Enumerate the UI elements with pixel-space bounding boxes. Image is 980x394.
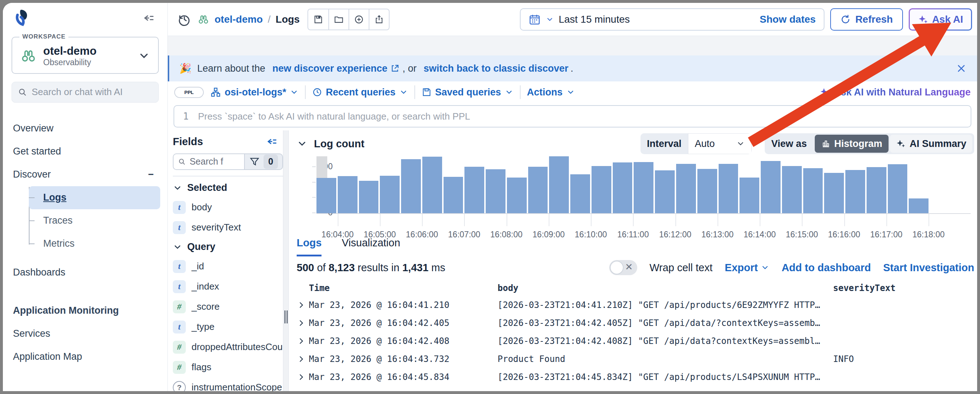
binoculars-icon <box>197 13 210 26</box>
field-item[interactable]: tbody <box>173 197 283 217</box>
histogram-bar <box>401 159 421 213</box>
cell-body: Product Found <box>498 354 833 364</box>
histogram-bar <box>613 163 633 213</box>
sidebar-collapse-icon[interactable] <box>142 11 155 24</box>
field-item[interactable]: #_score <box>173 297 283 317</box>
chevron-down-icon <box>761 263 769 272</box>
field-label: _score <box>191 301 220 312</box>
show-dates-link[interactable]: Show dates <box>760 14 816 25</box>
ai-summary-button[interactable]: AI Summary <box>890 135 972 153</box>
expand-row-icon[interactable] <box>297 318 309 328</box>
ask-ai-button[interactable]: Ask AI <box>909 8 972 30</box>
sidebar-search[interactable] <box>11 82 159 103</box>
x-axis-tick <box>886 214 887 226</box>
field-item[interactable]: ?instrumentationScope <box>173 377 283 391</box>
query-language-button[interactable]: PPL <box>174 87 204 98</box>
column-header-time[interactable]: Time <box>309 283 498 293</box>
fields-search-input[interactable] <box>190 156 240 167</box>
log-table: Time body severityText Mar 23, 2026 @ 16… <box>297 280 974 386</box>
field-item[interactable]: t_index <box>173 277 283 297</box>
interval-select[interactable]: Auto <box>688 133 752 154</box>
history-icon[interactable] <box>177 12 191 27</box>
histogram-bar <box>465 167 484 213</box>
fields-filter-button[interactable]: 0 <box>244 153 283 170</box>
panel-resizer-handle[interactable] <box>283 130 289 391</box>
field-section-query[interactable]: Query <box>173 238 283 257</box>
histogram-bar <box>444 177 463 213</box>
field-item[interactable]: #droppedAttributesCount <box>173 337 283 357</box>
collapse-minus-icon[interactable]: − <box>148 169 154 180</box>
wrap-cell-text-toggle[interactable]: ✕ <box>609 260 637 275</box>
x-axis-label: 16:06:00 <box>406 230 438 239</box>
share-icon[interactable] <box>369 10 389 30</box>
field-item[interactable]: t_id <box>173 257 283 277</box>
index-pattern-icon <box>210 87 221 97</box>
add-to-dashboard-link[interactable]: Add to dashboard <box>782 262 871 274</box>
fields-title: Fields <box>173 136 203 148</box>
open-folder-icon[interactable] <box>328 10 348 30</box>
sidebar-item-overview[interactable]: Overview <box>3 117 167 140</box>
date-picker[interactable]: Last 15 minutes Show dates <box>520 8 824 30</box>
x-axis-tick <box>929 214 929 226</box>
ask-ai-natural-language-link[interactable]: Ask AI with Natural Language <box>819 87 970 98</box>
banner-close-icon[interactable] <box>956 63 967 74</box>
actions-menu[interactable]: Actions <box>527 87 575 98</box>
sidebar-item-dashboards[interactable]: Dashboards <box>3 261 167 284</box>
index-pattern-selector[interactable]: osi-otel-logs* <box>210 87 299 98</box>
fields-search[interactable] <box>173 153 244 170</box>
column-header-body[interactable]: body <box>498 283 833 293</box>
fields-collapse-icon[interactable] <box>266 136 278 148</box>
field-section-selected[interactable]: Selected <box>173 179 283 197</box>
expand-row-icon[interactable] <box>297 337 309 346</box>
fields-panel: Fields <box>168 130 283 391</box>
cell-body: [2026-03-23T21:04:45.834Z] "GET /api/pro… <box>498 372 833 382</box>
histogram-icon <box>821 139 830 148</box>
opensearch-logo <box>12 8 33 29</box>
recent-queries-menu[interactable]: Recent queries <box>312 87 408 98</box>
workspace-selector[interactable]: WORKSPACE otel-demo Observability <box>11 37 159 74</box>
breadcrumb-separator: / <box>268 14 271 25</box>
classic-discover-link[interactable]: switch back to classic discover <box>424 63 568 74</box>
histogram-view-button[interactable]: Histogram <box>815 135 889 153</box>
save-icon[interactable] <box>308 10 328 30</box>
chevron-down-icon <box>173 183 182 193</box>
expand-row-icon[interactable] <box>297 354 309 364</box>
new-discover-link[interactable]: new discover experience <box>272 63 387 74</box>
wrap-cell-text-label: Wrap cell text <box>649 262 713 274</box>
sidebar-item-get-started[interactable]: Get started <box>3 140 167 163</box>
x-axis-tick <box>380 214 380 226</box>
column-header-severitytext[interactable]: severityText <box>833 283 974 293</box>
field-item[interactable]: t_type <box>173 317 283 337</box>
histogram-bar <box>824 173 844 213</box>
sidebar-item-logs[interactable]: Logs <box>29 186 160 209</box>
new-item-icon[interactable] <box>348 10 369 30</box>
field-type-icon: t <box>173 280 186 293</box>
sidebar-search-input[interactable] <box>32 86 153 97</box>
expand-row-icon[interactable] <box>297 300 309 310</box>
collapse-chevron-icon[interactable] <box>297 138 307 149</box>
saved-queries-menu[interactable]: Saved queries <box>422 87 514 98</box>
sidebar-item-application-monitoring[interactable]: Application Monitoring <box>3 299 167 322</box>
export-menu[interactable]: Export <box>725 262 769 274</box>
breadcrumb-workspace[interactable]: otel-demo <box>215 14 263 25</box>
x-axis-label: 16:08:00 <box>490 230 523 239</box>
query-editor[interactable]: 1 Press `space` to Ask AI with natural l… <box>173 105 971 128</box>
x-axis-tick <box>549 214 549 226</box>
tab-logs[interactable]: Logs <box>297 237 321 257</box>
sidebar-item-application-map[interactable]: Application Map <box>3 345 167 368</box>
field-item[interactable]: tseverityText <box>173 217 283 238</box>
sidebar-item-services[interactable]: Services <box>3 322 167 345</box>
sidebar-item-metrics[interactable]: Metrics <box>29 232 160 255</box>
sidebar-item-traces[interactable]: Traces <box>29 209 160 232</box>
x-axis-label: 16:07:00 <box>448 230 480 239</box>
results-summary: 500 of 8,123 results in 1,431 ms <box>297 262 445 274</box>
table-row: Mar 23, 2026 @ 16:04:41.210[2026-03-23T2… <box>297 296 974 314</box>
tab-visualization[interactable]: Visualization <box>342 237 400 257</box>
time-range-value[interactable]: Last 15 minutes <box>559 14 630 25</box>
field-item[interactable]: #flags <box>173 357 283 377</box>
sidebar-item-discover[interactable]: Discover− <box>3 163 167 186</box>
refresh-button[interactable]: Refresh <box>830 8 903 30</box>
histogram-bar <box>338 176 358 213</box>
expand-row-icon[interactable] <box>297 372 309 382</box>
start-investigation-link[interactable]: Start Investigation <box>883 262 974 274</box>
